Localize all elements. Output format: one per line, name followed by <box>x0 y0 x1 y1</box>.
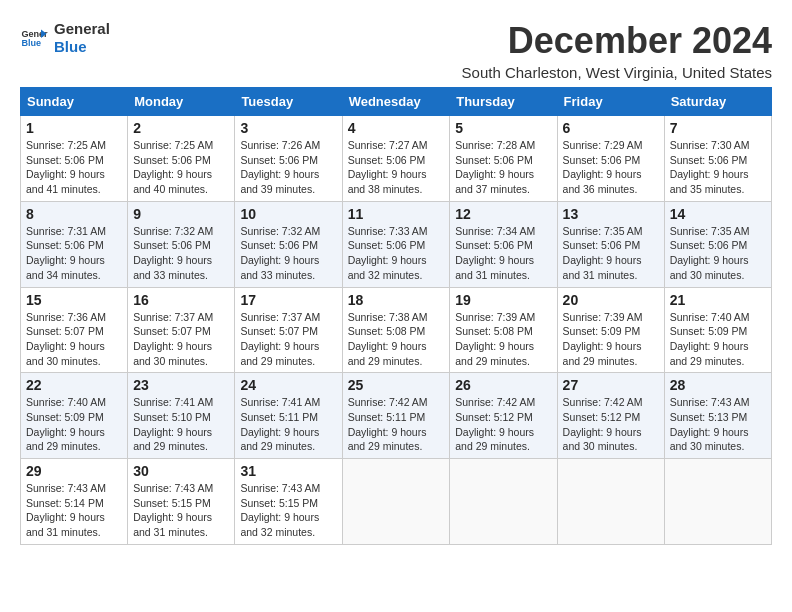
day-info: Sunrise: 7:40 AM Sunset: 5:09 PM Dayligh… <box>670 311 750 367</box>
day-info: Sunrise: 7:43 AM Sunset: 5:15 PM Dayligh… <box>133 482 213 538</box>
weekday-header-thursday: Thursday <box>450 88 557 116</box>
calendar-cell: 21 Sunrise: 7:40 AM Sunset: 5:09 PM Dayl… <box>664 287 771 373</box>
calendar-cell: 16 Sunrise: 7:37 AM Sunset: 5:07 PM Dayl… <box>128 287 235 373</box>
day-number: 19 <box>455 292 551 308</box>
calendar-table: SundayMondayTuesdayWednesdayThursdayFrid… <box>20 87 772 545</box>
calendar-cell: 6 Sunrise: 7:29 AM Sunset: 5:06 PM Dayli… <box>557 116 664 202</box>
day-number: 18 <box>348 292 445 308</box>
day-number: 10 <box>240 206 336 222</box>
day-info: Sunrise: 7:25 AM Sunset: 5:06 PM Dayligh… <box>26 139 106 195</box>
calendar-week-2: 8 Sunrise: 7:31 AM Sunset: 5:06 PM Dayli… <box>21 201 772 287</box>
calendar-cell: 8 Sunrise: 7:31 AM Sunset: 5:06 PM Dayli… <box>21 201 128 287</box>
calendar-cell: 24 Sunrise: 7:41 AM Sunset: 5:11 PM Dayl… <box>235 373 342 459</box>
calendar-cell: 10 Sunrise: 7:32 AM Sunset: 5:06 PM Dayl… <box>235 201 342 287</box>
calendar-cell: 9 Sunrise: 7:32 AM Sunset: 5:06 PM Dayli… <box>128 201 235 287</box>
calendar-cell: 27 Sunrise: 7:42 AM Sunset: 5:12 PM Dayl… <box>557 373 664 459</box>
day-number: 13 <box>563 206 659 222</box>
day-info: Sunrise: 7:34 AM Sunset: 5:06 PM Dayligh… <box>455 225 535 281</box>
day-info: Sunrise: 7:33 AM Sunset: 5:06 PM Dayligh… <box>348 225 428 281</box>
day-number: 1 <box>26 120 122 136</box>
day-info: Sunrise: 7:41 AM Sunset: 5:11 PM Dayligh… <box>240 396 320 452</box>
page-header: General Blue General Blue December 2024 … <box>20 20 772 81</box>
day-number: 24 <box>240 377 336 393</box>
calendar-cell <box>664 459 771 545</box>
day-number: 9 <box>133 206 229 222</box>
calendar-cell: 28 Sunrise: 7:43 AM Sunset: 5:13 PM Dayl… <box>664 373 771 459</box>
day-info: Sunrise: 7:42 AM Sunset: 5:11 PM Dayligh… <box>348 396 428 452</box>
day-number: 11 <box>348 206 445 222</box>
day-number: 7 <box>670 120 766 136</box>
calendar-cell: 2 Sunrise: 7:25 AM Sunset: 5:06 PM Dayli… <box>128 116 235 202</box>
day-info: Sunrise: 7:38 AM Sunset: 5:08 PM Dayligh… <box>348 311 428 367</box>
calendar-cell: 30 Sunrise: 7:43 AM Sunset: 5:15 PM Dayl… <box>128 459 235 545</box>
day-number: 28 <box>670 377 766 393</box>
day-number: 21 <box>670 292 766 308</box>
day-number: 3 <box>240 120 336 136</box>
calendar-cell: 18 Sunrise: 7:38 AM Sunset: 5:08 PM Dayl… <box>342 287 450 373</box>
calendar-week-4: 22 Sunrise: 7:40 AM Sunset: 5:09 PM Dayl… <box>21 373 772 459</box>
svg-text:Blue: Blue <box>21 38 41 48</box>
day-info: Sunrise: 7:39 AM Sunset: 5:09 PM Dayligh… <box>563 311 643 367</box>
day-info: Sunrise: 7:30 AM Sunset: 5:06 PM Dayligh… <box>670 139 750 195</box>
day-number: 31 <box>240 463 336 479</box>
weekday-header-wednesday: Wednesday <box>342 88 450 116</box>
calendar-cell: 11 Sunrise: 7:33 AM Sunset: 5:06 PM Dayl… <box>342 201 450 287</box>
day-info: Sunrise: 7:43 AM Sunset: 5:14 PM Dayligh… <box>26 482 106 538</box>
day-info: Sunrise: 7:37 AM Sunset: 5:07 PM Dayligh… <box>240 311 320 367</box>
day-info: Sunrise: 7:26 AM Sunset: 5:06 PM Dayligh… <box>240 139 320 195</box>
day-info: Sunrise: 7:37 AM Sunset: 5:07 PM Dayligh… <box>133 311 213 367</box>
weekday-header-friday: Friday <box>557 88 664 116</box>
day-number: 15 <box>26 292 122 308</box>
calendar-week-3: 15 Sunrise: 7:36 AM Sunset: 5:07 PM Dayl… <box>21 287 772 373</box>
calendar-cell: 3 Sunrise: 7:26 AM Sunset: 5:06 PM Dayli… <box>235 116 342 202</box>
day-number: 2 <box>133 120 229 136</box>
weekday-header-saturday: Saturday <box>664 88 771 116</box>
calendar-cell: 7 Sunrise: 7:30 AM Sunset: 5:06 PM Dayli… <box>664 116 771 202</box>
day-number: 23 <box>133 377 229 393</box>
day-number: 6 <box>563 120 659 136</box>
location-title: South Charleston, West Virginia, United … <box>462 64 772 81</box>
calendar-cell: 19 Sunrise: 7:39 AM Sunset: 5:08 PM Dayl… <box>450 287 557 373</box>
logo: General Blue General Blue <box>20 20 110 56</box>
day-number: 4 <box>348 120 445 136</box>
day-number: 22 <box>26 377 122 393</box>
logo-text-blue: Blue <box>54 38 110 56</box>
calendar-cell: 23 Sunrise: 7:41 AM Sunset: 5:10 PM Dayl… <box>128 373 235 459</box>
weekday-header-monday: Monday <box>128 88 235 116</box>
day-number: 5 <box>455 120 551 136</box>
day-info: Sunrise: 7:25 AM Sunset: 5:06 PM Dayligh… <box>133 139 213 195</box>
day-number: 30 <box>133 463 229 479</box>
day-info: Sunrise: 7:43 AM Sunset: 5:13 PM Dayligh… <box>670 396 750 452</box>
day-info: Sunrise: 7:42 AM Sunset: 5:12 PM Dayligh… <box>563 396 643 452</box>
day-info: Sunrise: 7:29 AM Sunset: 5:06 PM Dayligh… <box>563 139 643 195</box>
day-info: Sunrise: 7:35 AM Sunset: 5:06 PM Dayligh… <box>670 225 750 281</box>
day-info: Sunrise: 7:43 AM Sunset: 5:15 PM Dayligh… <box>240 482 320 538</box>
weekday-header-tuesday: Tuesday <box>235 88 342 116</box>
calendar-cell: 14 Sunrise: 7:35 AM Sunset: 5:06 PM Dayl… <box>664 201 771 287</box>
calendar-week-5: 29 Sunrise: 7:43 AM Sunset: 5:14 PM Dayl… <box>21 459 772 545</box>
calendar-cell: 15 Sunrise: 7:36 AM Sunset: 5:07 PM Dayl… <box>21 287 128 373</box>
calendar-cell: 13 Sunrise: 7:35 AM Sunset: 5:06 PM Dayl… <box>557 201 664 287</box>
logo-icon: General Blue <box>20 24 48 52</box>
day-info: Sunrise: 7:31 AM Sunset: 5:06 PM Dayligh… <box>26 225 106 281</box>
day-info: Sunrise: 7:27 AM Sunset: 5:06 PM Dayligh… <box>348 139 428 195</box>
calendar-cell <box>557 459 664 545</box>
day-number: 26 <box>455 377 551 393</box>
calendar-cell: 22 Sunrise: 7:40 AM Sunset: 5:09 PM Dayl… <box>21 373 128 459</box>
day-info: Sunrise: 7:40 AM Sunset: 5:09 PM Dayligh… <box>26 396 106 452</box>
calendar-body: 1 Sunrise: 7:25 AM Sunset: 5:06 PM Dayli… <box>21 116 772 545</box>
day-number: 8 <box>26 206 122 222</box>
day-info: Sunrise: 7:42 AM Sunset: 5:12 PM Dayligh… <box>455 396 535 452</box>
day-info: Sunrise: 7:41 AM Sunset: 5:10 PM Dayligh… <box>133 396 213 452</box>
month-title: December 2024 <box>462 20 772 62</box>
day-info: Sunrise: 7:32 AM Sunset: 5:06 PM Dayligh… <box>133 225 213 281</box>
calendar-header-row: SundayMondayTuesdayWednesdayThursdayFrid… <box>21 88 772 116</box>
calendar-cell: 29 Sunrise: 7:43 AM Sunset: 5:14 PM Dayl… <box>21 459 128 545</box>
calendar-cell: 20 Sunrise: 7:39 AM Sunset: 5:09 PM Dayl… <box>557 287 664 373</box>
logo-text-general: General <box>54 20 110 38</box>
calendar-cell: 4 Sunrise: 7:27 AM Sunset: 5:06 PM Dayli… <box>342 116 450 202</box>
calendar-cell: 26 Sunrise: 7:42 AM Sunset: 5:12 PM Dayl… <box>450 373 557 459</box>
calendar-cell: 1 Sunrise: 7:25 AM Sunset: 5:06 PM Dayli… <box>21 116 128 202</box>
day-info: Sunrise: 7:39 AM Sunset: 5:08 PM Dayligh… <box>455 311 535 367</box>
title-area: December 2024 South Charleston, West Vir… <box>462 20 772 81</box>
